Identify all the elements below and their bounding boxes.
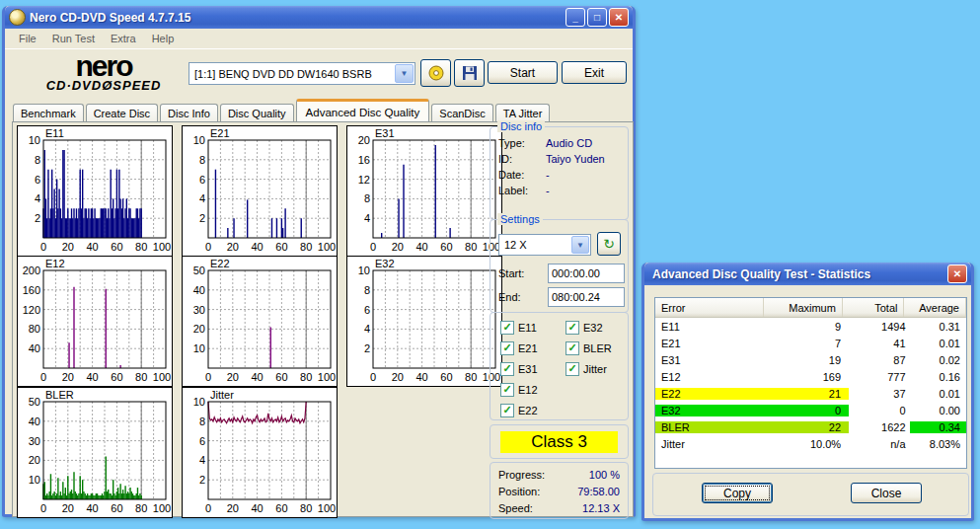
quality-class-badge: Class 3 <box>500 431 618 453</box>
table-row[interactable]: BLER2216220.34 <box>655 418 966 435</box>
cell-error: E32 <box>655 405 767 416</box>
end-field[interactable] <box>548 287 625 307</box>
svg-text:8: 8 <box>364 192 370 204</box>
column-header-error[interactable]: Error <box>655 298 764 317</box>
column-header-average[interactable]: Average <box>904 298 966 317</box>
refresh-button[interactable]: ↻ <box>597 232 621 256</box>
dialog-close-button[interactable]: Close <box>851 483 922 503</box>
tab-scandisc[interactable]: ScanDisc <box>431 104 492 122</box>
progress-label: Position: <box>498 486 540 497</box>
svg-text:60: 60 <box>440 371 452 383</box>
svg-text:40: 40 <box>29 342 40 354</box>
copy-button[interactable]: Copy <box>702 483 773 503</box>
svg-text:10: 10 <box>29 474 40 486</box>
svg-text:E32: E32 <box>375 258 395 269</box>
cell-error: E21 <box>655 338 767 349</box>
svg-text:20: 20 <box>62 371 74 383</box>
table-row[interactable]: E3119870.02 <box>655 351 966 368</box>
start-button[interactable]: Start <box>488 61 558 84</box>
maximize-button[interactable]: □ <box>587 8 607 27</box>
svg-text:200: 200 <box>23 264 40 276</box>
checkbox-e21[interactable]: ✓E21 <box>500 341 538 355</box>
exit-button[interactable]: Exit <box>562 61 627 84</box>
chart-bler: 1020304050020406080100BLER <box>17 387 173 518</box>
minimize-button[interactable]: _ <box>565 8 585 27</box>
progress-label: Speed: <box>498 502 533 514</box>
svg-text:20: 20 <box>62 241 74 253</box>
speed-select[interactable]: 12 X ▼ <box>498 234 591 256</box>
start-field[interactable] <box>548 264 625 283</box>
class-group: Class 3 <box>490 424 629 459</box>
table-row[interactable]: E121697770.16 <box>655 368 966 385</box>
table-row[interactable]: E11914940.31 <box>655 318 966 335</box>
svg-text:6: 6 <box>199 174 205 186</box>
svg-text:30: 30 <box>193 304 205 316</box>
svg-text:20: 20 <box>62 502 74 514</box>
end-field-label: End: <box>498 291 521 303</box>
disc-info-group: Disc info Type:Audio CDID:Taiyo YudenDat… <box>490 126 629 220</box>
menu-file[interactable]: File <box>11 31 44 46</box>
svg-text:40: 40 <box>193 284 205 296</box>
dialog-close-icon-button[interactable]: ✕ <box>947 264 967 283</box>
error-type-group: ✓E11✓E21✓E31✓E12✓E22✓E32✓BLER✓Jitter <box>490 312 629 420</box>
save-button[interactable] <box>454 59 485 87</box>
svg-text:20: 20 <box>227 371 239 383</box>
menubar: FileRun TestExtraHelp <box>5 29 633 49</box>
start-field-label: Start: <box>498 267 524 279</box>
tab-disc-info[interactable]: Disc Info <box>160 104 218 122</box>
disc-info-caption: Disc info <box>497 120 545 132</box>
svg-text:E21: E21 <box>210 127 230 139</box>
cell-maximum: 21 <box>767 388 849 400</box>
table-row[interactable]: Jitter10.0%n/a8.03% <box>655 435 966 452</box>
svg-text:40: 40 <box>86 371 98 383</box>
progress-label: Progress: <box>498 469 545 481</box>
checkbox-e12[interactable]: ✓E12 <box>500 383 538 397</box>
checkbox-e22[interactable]: ✓E22 <box>500 404 538 417</box>
tab-benchmark[interactable]: Benchmark <box>13 104 84 122</box>
close-button[interactable]: ✕ <box>609 8 629 27</box>
svg-text:E22: E22 <box>210 258 230 269</box>
svg-text:60: 60 <box>440 241 452 253</box>
svg-text:20: 20 <box>358 134 370 146</box>
chevron-down-icon[interactable]: ▼ <box>571 236 589 254</box>
menu-help[interactable]: Help <box>144 31 183 46</box>
table-header[interactable]: ErrorMaximumTotalAverage <box>655 298 966 318</box>
checkbox-label: E32 <box>583 322 603 334</box>
table-row[interactable]: E217410.01 <box>655 335 966 351</box>
svg-text:10: 10 <box>358 264 370 276</box>
checkbox-e32[interactable]: ✓E32 <box>565 321 603 335</box>
tab-disc-quality[interactable]: Disc Quality <box>220 104 294 122</box>
svg-text:100: 100 <box>318 502 336 514</box>
column-header-maximum[interactable]: Maximum <box>764 298 843 317</box>
menu-extra[interactable]: Extra <box>103 31 144 46</box>
checkbox-jitter[interactable]: ✓Jitter <box>565 362 607 376</box>
disc-info-row: Label:- <box>490 183 628 198</box>
chart-e12: 4080120160200020406080100E12 <box>17 256 173 387</box>
dialog-titlebar[interactable]: Advanced Disc Quality Test - Statistics … <box>644 263 971 285</box>
svg-text:6: 6 <box>199 435 205 447</box>
svg-text:80: 80 <box>300 371 312 383</box>
drive-selector[interactable]: [1:1] BENQ DVD DD DW1640 BSRB ▼ <box>188 62 415 85</box>
svg-text:0: 0 <box>205 241 211 253</box>
column-header-total[interactable]: Total <box>843 298 905 317</box>
checkbox-e11[interactable]: ✓E11 <box>500 321 537 335</box>
cell-maximum: 19 <box>767 354 849 366</box>
table-row[interactable]: E32000.00 <box>655 402 966 418</box>
chevron-down-icon[interactable]: ▼ <box>395 64 414 83</box>
eject-tray-button[interactable] <box>420 59 451 87</box>
tab-create-disc[interactable]: Create Disc <box>86 104 158 122</box>
speed-select-value: 12 X <box>499 239 570 251</box>
cddvd-speed-logo-text: CD·DVDØSPEED <box>25 79 183 92</box>
menu-run-test[interactable]: Run Test <box>44 31 103 46</box>
table-row[interactable]: E2221370.01 <box>655 385 966 402</box>
svg-text:30: 30 <box>29 435 40 447</box>
svg-text:160: 160 <box>23 284 40 296</box>
svg-text:8: 8 <box>199 416 205 427</box>
checkbox-bler[interactable]: ✓BLER <box>565 341 612 355</box>
checkmark-icon: ✓ <box>500 362 514 376</box>
main-titlebar[interactable]: Nero CD-DVD Speed 4.7.7.15 _ □ ✕ <box>5 6 633 29</box>
checkbox-e31[interactable]: ✓E31 <box>500 362 538 376</box>
cell-average: 0.16 <box>910 371 966 383</box>
checkmark-icon: ✓ <box>565 341 579 355</box>
tab-advanced-disc-quality[interactable]: Advanced Disc Quality <box>296 99 430 122</box>
